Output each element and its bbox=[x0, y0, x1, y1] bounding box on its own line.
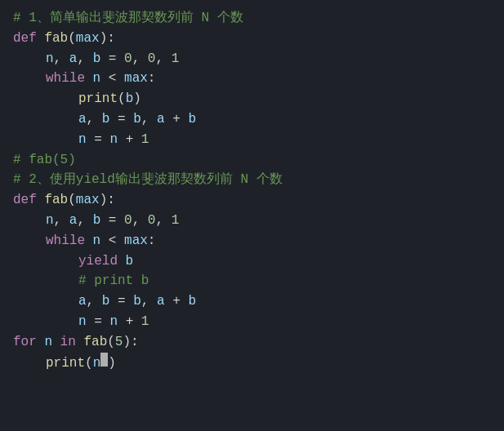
var-a-2: a bbox=[78, 109, 87, 130]
line-11: n, a, b = 0, 0, 1 bbox=[13, 211, 491, 231]
paren-6: ): bbox=[100, 190, 115, 211]
paren-9: ( bbox=[85, 353, 93, 374]
num-0-3: 0 bbox=[124, 211, 132, 231]
colon-1: : bbox=[148, 69, 156, 89]
var-b-4: b bbox=[133, 109, 141, 130]
var-n-5: n bbox=[46, 211, 54, 231]
param-max-1: max bbox=[76, 29, 100, 49]
var-a-1: a bbox=[69, 49, 78, 69]
func-name-3: fab bbox=[83, 332, 107, 353]
comma-2: , bbox=[77, 49, 92, 69]
line-18: print(n) bbox=[13, 353, 491, 374]
comma-8: , bbox=[77, 211, 92, 231]
line-7: n = n + 1 bbox=[13, 130, 491, 150]
comma-4: , bbox=[155, 49, 171, 69]
plus-2: + bbox=[118, 130, 141, 150]
line-17: for n in fab(5): bbox=[13, 332, 491, 353]
comma-9: , bbox=[132, 211, 148, 231]
num-0-1: 0 bbox=[124, 49, 132, 69]
line-2: def fab(max): bbox=[13, 29, 491, 49]
paren-10: ) bbox=[108, 353, 116, 374]
num-0-2: 0 bbox=[148, 49, 156, 69]
var-b-5: b bbox=[188, 109, 196, 130]
num-1-3: 1 bbox=[172, 211, 180, 231]
line-9: # 2、使用yield输出斐波那契数列前 N 个数 bbox=[13, 170, 491, 190]
comment-3: # 2、使用yield输出斐波那契数列前 N 个数 bbox=[13, 170, 283, 190]
func-print-1: print bbox=[78, 89, 118, 109]
num-0-4: 0 bbox=[148, 211, 156, 231]
var-max-1: max bbox=[124, 69, 148, 89]
num-1-1: 1 bbox=[172, 49, 180, 69]
var-a-6: a bbox=[157, 291, 165, 312]
line-10: def fab(max): bbox=[13, 190, 491, 211]
paren-2: ): bbox=[100, 29, 115, 49]
comma-5: , bbox=[87, 109, 102, 130]
line-14: # print b bbox=[13, 271, 491, 291]
var-n-6: n bbox=[93, 231, 101, 251]
num-1-4: 1 bbox=[141, 312, 149, 332]
comma-6: , bbox=[141, 109, 157, 130]
comma-1: , bbox=[54, 49, 69, 69]
var-b-10: b bbox=[188, 291, 196, 312]
paren-3: ( bbox=[118, 89, 126, 109]
num-1-2: 1 bbox=[141, 130, 149, 150]
var-n-10: n bbox=[93, 353, 101, 374]
var-n-7: n bbox=[78, 312, 87, 332]
paren-8: ): bbox=[123, 332, 138, 353]
line-15: a, b = b, a + b bbox=[13, 291, 491, 312]
paren-5: ( bbox=[68, 190, 76, 211]
func-print-2: print bbox=[46, 353, 85, 374]
num-5-1: 5 bbox=[115, 332, 123, 353]
line-12: while n < max: bbox=[13, 231, 491, 251]
keyword-yield-1: yield bbox=[78, 251, 126, 272]
line-16: n = n + 1 bbox=[13, 312, 491, 332]
paren-1: ( bbox=[68, 29, 76, 49]
comma-11: , bbox=[87, 291, 102, 312]
var-a-5: a bbox=[78, 291, 87, 312]
paren-4: ) bbox=[133, 89, 141, 109]
var-n-8: n bbox=[109, 312, 118, 332]
plus-3: + bbox=[165, 291, 189, 312]
var-b-6: b bbox=[93, 211, 101, 231]
line-3: n, a, b = 0, 0, 1 bbox=[13, 49, 491, 69]
comment-2: # fab(5) bbox=[13, 150, 76, 171]
keyword-in-1: in bbox=[52, 332, 83, 353]
var-a-3: a bbox=[157, 109, 165, 130]
keyword-for-1: for bbox=[13, 332, 44, 353]
lt-2: < bbox=[100, 231, 124, 251]
comment-1: # 1、简单输出斐波那契数列前 N 个数 bbox=[13, 8, 243, 29]
var-b-7: b bbox=[126, 251, 134, 272]
comma-3: , bbox=[132, 49, 148, 69]
plus-4: + bbox=[118, 312, 141, 332]
line-6: a, b = b, a + b bbox=[13, 109, 491, 130]
keyword-while-2: while bbox=[46, 231, 93, 251]
var-b-3: b bbox=[102, 109, 110, 130]
comment-4: # print b bbox=[78, 271, 149, 291]
text-cursor bbox=[100, 353, 108, 367]
keyword-def-2: def bbox=[13, 190, 44, 211]
var-b-9: b bbox=[133, 291, 141, 312]
comma-10: , bbox=[155, 211, 171, 231]
line-1: # 1、简单输出斐波那契数列前 N 个数 bbox=[13, 8, 491, 29]
var-n-2: n bbox=[93, 69, 101, 89]
eq-6: = bbox=[87, 312, 110, 332]
eq-4: = bbox=[100, 211, 124, 231]
line-5: print(b) bbox=[13, 89, 491, 109]
line-4: while n < max: bbox=[13, 69, 491, 89]
func-name-1: fab bbox=[44, 29, 68, 49]
colon-2: : bbox=[148, 231, 156, 251]
comma-7: , bbox=[54, 211, 69, 231]
var-n-4: n bbox=[109, 130, 118, 150]
var-max-2: max bbox=[124, 231, 148, 251]
lt-1: < bbox=[100, 69, 124, 89]
var-b-8: b bbox=[102, 291, 110, 312]
func-name-2: fab bbox=[44, 190, 68, 211]
eq-1: = bbox=[100, 49, 124, 69]
line-13: yield b bbox=[13, 251, 491, 272]
var-n-3: n bbox=[78, 130, 87, 150]
var-b-1: b bbox=[93, 49, 101, 69]
var-b-2: b bbox=[126, 89, 134, 109]
comma-12: , bbox=[141, 291, 157, 312]
var-n-1: n bbox=[46, 49, 54, 69]
eq-5: = bbox=[109, 291, 133, 312]
